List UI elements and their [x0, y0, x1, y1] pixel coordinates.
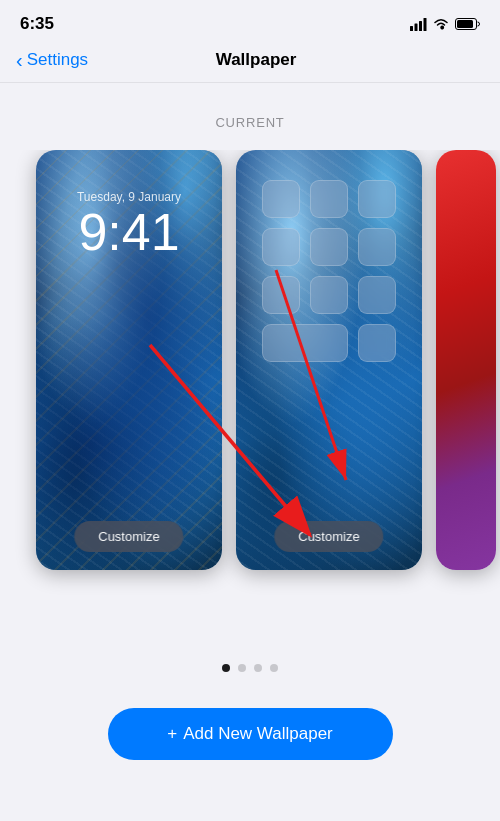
svg-rect-0 — [410, 26, 413, 31]
page-dot-2[interactable] — [238, 664, 246, 672]
icon-row-3 — [250, 276, 408, 314]
back-button[interactable]: ‹ Settings — [16, 50, 88, 70]
lock-screen-customize-button[interactable]: Customize — [74, 521, 183, 552]
cards-row: Tuesday, 9 January 9:41 Customize — [0, 150, 500, 570]
app-icon-wide — [262, 324, 348, 362]
svg-rect-2 — [419, 21, 422, 31]
icon-row-4 — [250, 324, 408, 362]
svg-rect-1 — [415, 23, 418, 31]
page-dots — [0, 664, 500, 692]
status-bar: 6:35 — [0, 0, 500, 42]
add-new-wallpaper-button[interactable]: + Add New Wallpaper — [108, 708, 393, 760]
back-label: Settings — [27, 50, 88, 70]
section-label: CURRENT — [0, 115, 500, 130]
main-content: CURRENT Tuesday, 9 January 9:41 Customiz… — [0, 83, 500, 800]
app-icon — [358, 228, 396, 266]
app-icon — [358, 324, 396, 362]
app-icon — [358, 276, 396, 314]
page-title: Wallpaper — [88, 50, 424, 70]
add-button-container: + Add New Wallpaper — [0, 692, 500, 800]
page-dot-3[interactable] — [254, 664, 262, 672]
battery-icon — [455, 18, 480, 30]
peek-card-bg — [436, 150, 496, 570]
icon-row-2 — [250, 228, 408, 266]
back-chevron-icon: ‹ — [16, 50, 23, 70]
wifi-icon — [433, 18, 449, 30]
lock-screen-card[interactable]: Tuesday, 9 January 9:41 Customize — [36, 150, 222, 570]
home-screen-bg — [236, 150, 422, 570]
svg-rect-3 — [424, 18, 427, 31]
app-icon — [310, 228, 348, 266]
svg-rect-5 — [457, 20, 473, 28]
status-time: 6:35 — [20, 14, 54, 34]
home-screen-customize-button[interactable]: Customize — [274, 521, 383, 552]
add-icon: + — [167, 724, 177, 744]
page-dot-4[interactable] — [270, 664, 278, 672]
nav-bar: ‹ Settings Wallpaper — [0, 42, 500, 83]
wallpaper-cards-wrapper: Tuesday, 9 January 9:41 Customize — [0, 150, 500, 640]
lock-screen-time: 9:41 — [36, 206, 222, 258]
add-button-label: Add New Wallpaper — [183, 724, 333, 744]
lock-screen-time-area: Tuesday, 9 January 9:41 — [36, 190, 222, 258]
app-icons-grid — [236, 180, 422, 362]
app-icon — [262, 228, 300, 266]
app-icon — [262, 276, 300, 314]
signal-icon — [410, 18, 427, 31]
icon-row-1 — [250, 180, 408, 218]
page-dot-1[interactable] — [222, 664, 230, 672]
home-screen-card[interactable]: Customize — [236, 150, 422, 570]
app-icon — [358, 180, 396, 218]
app-icon — [310, 276, 348, 314]
lock-screen-date: Tuesday, 9 January — [36, 190, 222, 204]
status-icons — [410, 18, 480, 31]
app-icon — [262, 180, 300, 218]
lock-screen-bg: Tuesday, 9 January 9:41 — [36, 150, 222, 570]
peek-card — [436, 150, 496, 570]
app-icon — [310, 180, 348, 218]
